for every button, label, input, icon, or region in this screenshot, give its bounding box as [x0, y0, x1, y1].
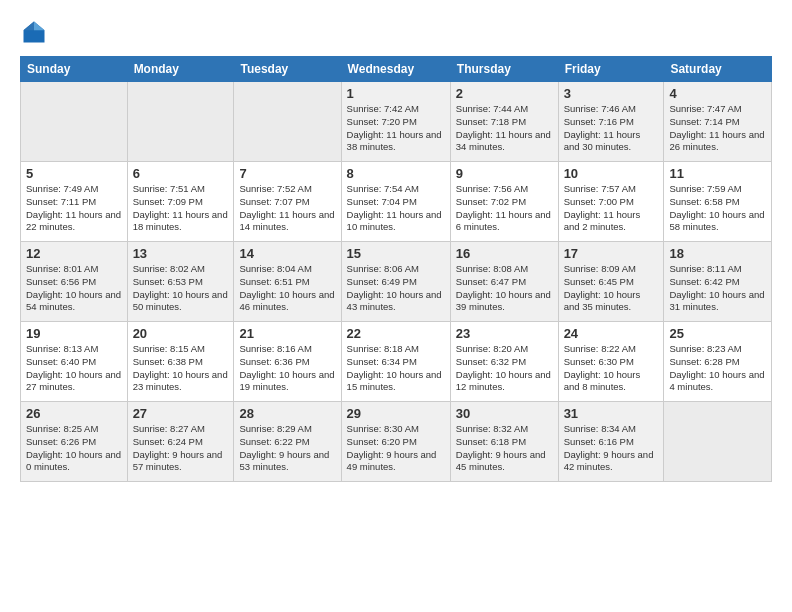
day-number: 5 — [26, 166, 122, 181]
day-number: 1 — [347, 86, 445, 101]
table-row: 29Sunrise: 8:30 AM Sunset: 6:20 PM Dayli… — [341, 402, 450, 482]
day-info: Sunrise: 8:20 AM Sunset: 6:32 PM Dayligh… — [456, 343, 553, 394]
table-row: 13Sunrise: 8:02 AM Sunset: 6:53 PM Dayli… — [127, 242, 234, 322]
day-info: Sunrise: 7:56 AM Sunset: 7:02 PM Dayligh… — [456, 183, 553, 234]
day-info: Sunrise: 7:46 AM Sunset: 7:16 PM Dayligh… — [564, 103, 659, 154]
table-row: 17Sunrise: 8:09 AM Sunset: 6:45 PM Dayli… — [558, 242, 664, 322]
day-info: Sunrise: 8:16 AM Sunset: 6:36 PM Dayligh… — [239, 343, 335, 394]
day-info: Sunrise: 8:06 AM Sunset: 6:49 PM Dayligh… — [347, 263, 445, 314]
table-row: 31Sunrise: 8:34 AM Sunset: 6:16 PM Dayli… — [558, 402, 664, 482]
day-number: 9 — [456, 166, 553, 181]
table-row: 21Sunrise: 8:16 AM Sunset: 6:36 PM Dayli… — [234, 322, 341, 402]
day-info: Sunrise: 7:59 AM Sunset: 6:58 PM Dayligh… — [669, 183, 766, 234]
table-row: 15Sunrise: 8:06 AM Sunset: 6:49 PM Dayli… — [341, 242, 450, 322]
day-info: Sunrise: 8:30 AM Sunset: 6:20 PM Dayligh… — [347, 423, 445, 474]
day-info: Sunrise: 8:15 AM Sunset: 6:38 PM Dayligh… — [133, 343, 229, 394]
day-info: Sunrise: 8:01 AM Sunset: 6:56 PM Dayligh… — [26, 263, 122, 314]
table-row: 4Sunrise: 7:47 AM Sunset: 7:14 PM Daylig… — [664, 82, 772, 162]
weekday-wednesday: Wednesday — [341, 57, 450, 82]
header — [20, 18, 772, 46]
day-number: 16 — [456, 246, 553, 261]
day-info: Sunrise: 8:04 AM Sunset: 6:51 PM Dayligh… — [239, 263, 335, 314]
day-info: Sunrise: 8:18 AM Sunset: 6:34 PM Dayligh… — [347, 343, 445, 394]
day-number: 20 — [133, 326, 229, 341]
table-row: 6Sunrise: 7:51 AM Sunset: 7:09 PM Daylig… — [127, 162, 234, 242]
day-number: 8 — [347, 166, 445, 181]
day-info: Sunrise: 8:34 AM Sunset: 6:16 PM Dayligh… — [564, 423, 659, 474]
table-row — [234, 82, 341, 162]
day-number: 24 — [564, 326, 659, 341]
day-number: 19 — [26, 326, 122, 341]
day-info: Sunrise: 7:42 AM Sunset: 7:20 PM Dayligh… — [347, 103, 445, 154]
day-number: 30 — [456, 406, 553, 421]
day-number: 25 — [669, 326, 766, 341]
logo — [20, 18, 52, 46]
table-row: 20Sunrise: 8:15 AM Sunset: 6:38 PM Dayli… — [127, 322, 234, 402]
table-row: 5Sunrise: 7:49 AM Sunset: 7:11 PM Daylig… — [21, 162, 128, 242]
day-info: Sunrise: 7:49 AM Sunset: 7:11 PM Dayligh… — [26, 183, 122, 234]
day-number: 3 — [564, 86, 659, 101]
day-number: 7 — [239, 166, 335, 181]
calendar-week-row: 19Sunrise: 8:13 AM Sunset: 6:40 PM Dayli… — [21, 322, 772, 402]
calendar-week-row: 26Sunrise: 8:25 AM Sunset: 6:26 PM Dayli… — [21, 402, 772, 482]
calendar: SundayMondayTuesdayWednesdayThursdayFrid… — [20, 56, 772, 482]
day-info: Sunrise: 8:09 AM Sunset: 6:45 PM Dayligh… — [564, 263, 659, 314]
day-number: 11 — [669, 166, 766, 181]
table-row: 2Sunrise: 7:44 AM Sunset: 7:18 PM Daylig… — [450, 82, 558, 162]
weekday-sunday: Sunday — [21, 57, 128, 82]
table-row: 1Sunrise: 7:42 AM Sunset: 7:20 PM Daylig… — [341, 82, 450, 162]
day-number: 4 — [669, 86, 766, 101]
table-row: 14Sunrise: 8:04 AM Sunset: 6:51 PM Dayli… — [234, 242, 341, 322]
table-row: 8Sunrise: 7:54 AM Sunset: 7:04 PM Daylig… — [341, 162, 450, 242]
day-info: Sunrise: 7:54 AM Sunset: 7:04 PM Dayligh… — [347, 183, 445, 234]
day-number: 29 — [347, 406, 445, 421]
table-row — [127, 82, 234, 162]
day-number: 26 — [26, 406, 122, 421]
day-number: 10 — [564, 166, 659, 181]
day-info: Sunrise: 8:32 AM Sunset: 6:18 PM Dayligh… — [456, 423, 553, 474]
svg-marker-1 — [34, 22, 45, 31]
day-number: 14 — [239, 246, 335, 261]
calendar-week-row: 12Sunrise: 8:01 AM Sunset: 6:56 PM Dayli… — [21, 242, 772, 322]
day-info: Sunrise: 7:57 AM Sunset: 7:00 PM Dayligh… — [564, 183, 659, 234]
table-row — [21, 82, 128, 162]
table-row: 9Sunrise: 7:56 AM Sunset: 7:02 PM Daylig… — [450, 162, 558, 242]
calendar-week-row: 1Sunrise: 7:42 AM Sunset: 7:20 PM Daylig… — [21, 82, 772, 162]
day-info: Sunrise: 8:23 AM Sunset: 6:28 PM Dayligh… — [669, 343, 766, 394]
table-row: 28Sunrise: 8:29 AM Sunset: 6:22 PM Dayli… — [234, 402, 341, 482]
table-row: 23Sunrise: 8:20 AM Sunset: 6:32 PM Dayli… — [450, 322, 558, 402]
table-row: 22Sunrise: 8:18 AM Sunset: 6:34 PM Dayli… — [341, 322, 450, 402]
day-number: 15 — [347, 246, 445, 261]
calendar-week-row: 5Sunrise: 7:49 AM Sunset: 7:11 PM Daylig… — [21, 162, 772, 242]
day-number: 2 — [456, 86, 553, 101]
table-row: 26Sunrise: 8:25 AM Sunset: 6:26 PM Dayli… — [21, 402, 128, 482]
day-number: 31 — [564, 406, 659, 421]
day-info: Sunrise: 7:52 AM Sunset: 7:07 PM Dayligh… — [239, 183, 335, 234]
table-row: 11Sunrise: 7:59 AM Sunset: 6:58 PM Dayli… — [664, 162, 772, 242]
table-row: 16Sunrise: 8:08 AM Sunset: 6:47 PM Dayli… — [450, 242, 558, 322]
table-row: 7Sunrise: 7:52 AM Sunset: 7:07 PM Daylig… — [234, 162, 341, 242]
day-number: 17 — [564, 246, 659, 261]
svg-marker-2 — [24, 22, 35, 31]
table-row: 27Sunrise: 8:27 AM Sunset: 6:24 PM Dayli… — [127, 402, 234, 482]
day-info: Sunrise: 8:27 AM Sunset: 6:24 PM Dayligh… — [133, 423, 229, 474]
table-row — [664, 402, 772, 482]
table-row: 25Sunrise: 8:23 AM Sunset: 6:28 PM Dayli… — [664, 322, 772, 402]
weekday-header-row: SundayMondayTuesdayWednesdayThursdayFrid… — [21, 57, 772, 82]
day-info: Sunrise: 8:11 AM Sunset: 6:42 PM Dayligh… — [669, 263, 766, 314]
day-number: 21 — [239, 326, 335, 341]
table-row: 30Sunrise: 8:32 AM Sunset: 6:18 PM Dayli… — [450, 402, 558, 482]
weekday-monday: Monday — [127, 57, 234, 82]
day-number: 6 — [133, 166, 229, 181]
day-info: Sunrise: 7:51 AM Sunset: 7:09 PM Dayligh… — [133, 183, 229, 234]
day-number: 28 — [239, 406, 335, 421]
table-row: 24Sunrise: 8:22 AM Sunset: 6:30 PM Dayli… — [558, 322, 664, 402]
day-number: 27 — [133, 406, 229, 421]
table-row: 3Sunrise: 7:46 AM Sunset: 7:16 PM Daylig… — [558, 82, 664, 162]
weekday-saturday: Saturday — [664, 57, 772, 82]
day-number: 18 — [669, 246, 766, 261]
weekday-tuesday: Tuesday — [234, 57, 341, 82]
day-info: Sunrise: 7:47 AM Sunset: 7:14 PM Dayligh… — [669, 103, 766, 154]
day-info: Sunrise: 8:08 AM Sunset: 6:47 PM Dayligh… — [456, 263, 553, 314]
weekday-friday: Friday — [558, 57, 664, 82]
